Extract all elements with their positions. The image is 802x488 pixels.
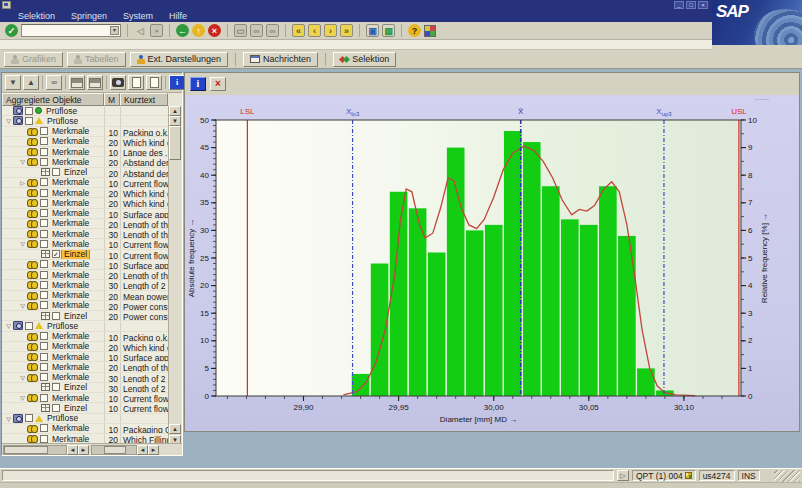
ext-darstellungen-button[interactable]: Ext. Darstellungen <box>130 52 229 67</box>
first-page-icon[interactable]: « <box>292 24 305 37</box>
tree-row[interactable]: ▽Merkmale10Current flow <box>2 393 168 403</box>
row-checkbox[interactable] <box>52 312 60 320</box>
row-checkbox[interactable] <box>52 383 60 391</box>
row-checkbox[interactable] <box>40 291 48 299</box>
row-checkbox[interactable] <box>40 148 48 156</box>
tree-row[interactable]: Merkmale10Packing o.k.? <box>2 127 168 137</box>
scroll-up-icon[interactable]: ▲ <box>169 424 181 434</box>
menu-item-system[interactable]: System <box>123 11 153 21</box>
print-icon[interactable] <box>69 75 85 90</box>
scroll-left-icon[interactable]: ◄ <box>67 445 78 455</box>
tree-row[interactable]: ▽Merkmale30Length of 2 l <box>2 373 168 383</box>
create-shortcut-icon[interactable]: ▤ <box>382 24 395 37</box>
row-checkbox[interactable] <box>40 199 48 207</box>
collapse-icon[interactable]: ▽ <box>4 117 13 124</box>
enter-icon[interactable]: ✓ <box>5 24 18 37</box>
info-icon[interactable]: i <box>169 75 185 90</box>
scroll-right-icon[interactable]: ► <box>78 445 89 455</box>
tree-row[interactable]: Einzel30Length of 2 l <box>2 383 168 393</box>
scroll-up-icon[interactable]: ▲ <box>169 106 181 116</box>
row-checkbox[interactable] <box>40 373 48 381</box>
row-checkbox[interactable] <box>52 404 60 412</box>
tree-row[interactable]: Merkmale30Length of the <box>2 229 168 239</box>
last-page-icon[interactable]: » <box>340 24 353 37</box>
tree-row[interactable]: ▽Merkmale20Abstand der <box>2 157 168 167</box>
next-page-icon[interactable]: › <box>324 24 337 37</box>
customize-icon[interactable] <box>424 25 436 37</box>
filter-icon[interactable]: ▼ <box>5 75 21 90</box>
tree-row[interactable]: Merkmale10Länge des .. <box>2 147 168 157</box>
tree-row[interactable]: Merkmale30Length of 2 l <box>2 280 168 290</box>
selektion-button[interactable]: Selektion <box>333 52 396 67</box>
row-checkbox[interactable] <box>40 260 48 268</box>
row-checkbox[interactable] <box>40 127 48 135</box>
print-preview-icon[interactable] <box>87 75 103 90</box>
back-icon[interactable]: ← <box>176 24 189 37</box>
minimize-icon[interactable]: _ <box>674 1 684 9</box>
row-checkbox[interactable] <box>25 414 33 422</box>
row-checkbox[interactable] <box>40 435 48 443</box>
command-input[interactable]: ▾ <box>21 24 121 37</box>
tree-row[interactable]: Einzel20Power consu <box>2 311 168 321</box>
find-icon[interactable]: ∞ <box>46 75 62 90</box>
tree-row[interactable]: ▽Merkmale10Current flow <box>2 239 168 249</box>
scroll-left-icon[interactable]: ◄ <box>137 445 148 455</box>
expand-icon[interactable]: ▷ <box>18 179 27 186</box>
window-menu-icon[interactable] <box>2 1 11 9</box>
row-checkbox[interactable] <box>40 189 48 197</box>
tree-row[interactable]: Merkmale10Surface appe <box>2 352 168 362</box>
row-checkbox[interactable] <box>40 281 48 289</box>
tree-row[interactable]: Einzel10Current flow <box>2 403 168 413</box>
new-doc-icon[interactable] <box>128 75 144 90</box>
tree-row[interactable]: Merkmale10Surface appe <box>2 260 168 270</box>
tree-row[interactable]: ▽Merkmale20Power consu <box>2 301 168 311</box>
menu-item-hilfe[interactable]: Hilfe <box>169 11 187 21</box>
close-window-icon[interactable]: × <box>698 1 708 9</box>
info-button[interactable]: i <box>190 77 206 91</box>
collapse-icon[interactable]: ▽ <box>18 394 27 401</box>
tree-row[interactable]: Merkmale20Length of the <box>2 219 168 229</box>
menu-item-springen[interactable]: Springen <box>71 11 107 21</box>
tree-row[interactable]: Merkmale10Surface appe <box>2 209 168 219</box>
collapse-icon[interactable]: ▽ <box>4 322 13 329</box>
tree-row[interactable]: Einzel20Abstand der <box>2 168 168 178</box>
tree-row[interactable]: ✓Einzel10Current flow <box>2 250 168 260</box>
row-checkbox[interactable] <box>25 107 33 115</box>
scrollbar-thumb[interactable] <box>169 126 181 160</box>
collapse-icon[interactable]: ▽ <box>18 158 27 165</box>
tree-row[interactable]: ▽Prüflose <box>2 321 168 331</box>
previous-page-icon[interactable]: ‹ <box>308 24 321 37</box>
row-checkbox[interactable] <box>40 394 48 402</box>
row-checkbox[interactable] <box>40 240 48 248</box>
row-checkbox[interactable] <box>40 342 48 350</box>
row-checkbox[interactable] <box>25 117 33 125</box>
row-checkbox[interactable]: ✓ <box>52 250 60 258</box>
snapshot-icon[interactable] <box>110 75 126 90</box>
collapse-icon[interactable]: ▽ <box>18 240 27 247</box>
row-checkbox[interactable] <box>40 209 48 217</box>
column-header-m[interactable]: M <box>104 93 120 106</box>
row-checkbox[interactable] <box>40 301 48 309</box>
row-checkbox[interactable] <box>40 137 48 145</box>
tree-row[interactable]: Merkmale20Length of the <box>2 270 168 280</box>
tree-row[interactable]: ▷Merkmale10Current flow <box>2 178 168 188</box>
scroll-right-icon[interactable]: ► <box>148 445 159 455</box>
close-icon[interactable]: × <box>210 77 226 91</box>
column-header-objects[interactable]: Aggregierte Objekte <box>2 93 104 106</box>
menu-item-selektion[interactable]: Selektion <box>18 11 55 21</box>
tree-row[interactable]: Merkmale10Packaging O <box>2 424 168 434</box>
new-session-icon[interactable]: ▣ <box>366 24 379 37</box>
row-checkbox[interactable] <box>25 322 33 330</box>
row-checkbox[interactable] <box>40 424 48 432</box>
column-header-kurztext[interactable]: Kurztext <box>120 93 168 106</box>
help-icon[interactable]: ? <box>408 24 421 37</box>
tree-row[interactable]: Merkmale20Mean power <box>2 291 168 301</box>
scrollbar-thumb[interactable] <box>4 446 48 454</box>
tree-row[interactable]: ▽Prüflose <box>2 414 168 424</box>
tree-vertical-scrollbar[interactable]: ▲ ▼ ▲ ▼ <box>168 106 181 445</box>
tree-row[interactable]: Prüflose <box>2 106 168 116</box>
row-checkbox[interactable] <box>40 158 48 166</box>
exit-icon[interactable]: ↑ <box>192 24 205 37</box>
collapse-icon[interactable]: ▽ <box>18 302 27 309</box>
sort-icon[interactable]: ▲ <box>23 75 39 90</box>
